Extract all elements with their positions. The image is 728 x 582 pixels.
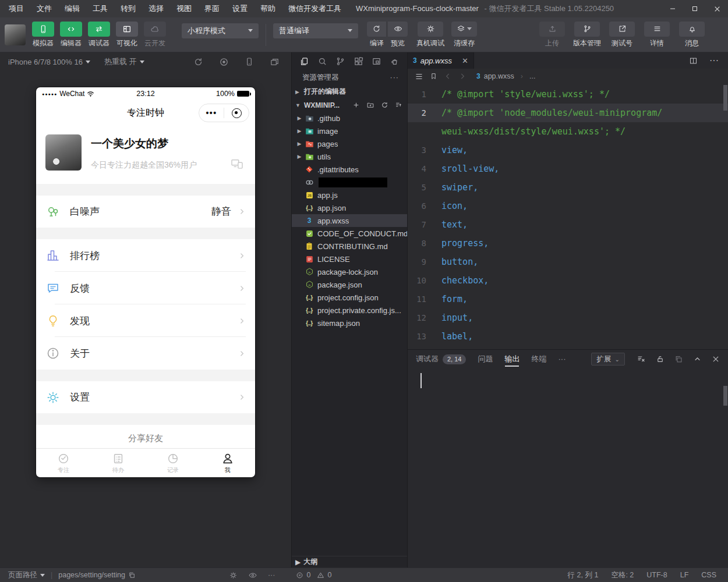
tab-专注[interactable]: 专注 bbox=[36, 449, 91, 477]
code-line[interactable]: 13label, bbox=[408, 327, 728, 346]
code-line[interactable]: 5swiper, bbox=[408, 178, 728, 197]
tab-我[interactable]: 我 bbox=[200, 449, 255, 477]
code-line[interactable]: 11form, bbox=[408, 290, 728, 308]
tree-file-project.config.json[interactable]: {..}project.config.json bbox=[292, 291, 407, 304]
breadcrumb-file[interactable]: 3 app.wxss bbox=[476, 72, 514, 80]
tree-file-package-lock.json[interactable]: jspackage-lock.json bbox=[292, 265, 407, 278]
code-line[interactable]: 8progress, bbox=[408, 234, 728, 253]
profile-section[interactable]: 一个美少女的梦 今日专注力超越全国36%用户 bbox=[36, 126, 255, 184]
debugger-tab-输出[interactable]: 输出 bbox=[504, 350, 520, 368]
hot-reload-toggle[interactable]: 热重载 开 bbox=[104, 56, 144, 67]
editor-scrollbar[interactable] bbox=[723, 85, 727, 111]
menu-item[interactable]: 帮助 bbox=[254, 0, 282, 17]
view-toggle-云开发[interactable]: 云开发 bbox=[141, 22, 169, 48]
copy-icon[interactable] bbox=[674, 355, 683, 364]
outline-section[interactable]: ▶ 大纲 bbox=[292, 556, 407, 567]
code-line[interactable]: 3view, bbox=[408, 141, 728, 159]
tab-app-wxss[interactable]: 3 app.wxss ✕ bbox=[408, 52, 474, 69]
unlock-icon[interactable] bbox=[656, 354, 665, 364]
language-indicator[interactable]: CSS bbox=[701, 571, 716, 579]
tree-file-project.private.config.js...[interactable]: {..}project.private.config.js... bbox=[292, 304, 407, 317]
toolbar-button-消息[interactable]: 消息 bbox=[676, 22, 708, 48]
debugger-output[interactable] bbox=[408, 368, 728, 567]
code-line[interactable]: 1/* @import 'style/weui.wxss'; */ bbox=[408, 85, 728, 104]
eol-indicator[interactable]: LF bbox=[680, 571, 689, 579]
tree-folder-.github[interactable]: ▶.github bbox=[292, 112, 407, 125]
search-icon[interactable] bbox=[317, 56, 327, 66]
preview-window-icon[interactable] bbox=[372, 56, 381, 66]
menu-item[interactable]: 界面 bbox=[198, 0, 226, 17]
output-filter-select[interactable]: 扩展 ⌄ bbox=[591, 353, 625, 365]
user-avatar[interactable] bbox=[5, 24, 26, 45]
back-arrow-icon[interactable] bbox=[444, 72, 452, 80]
tree-file-LICENSE[interactable]: LICENSE bbox=[292, 253, 407, 265]
list-item-关于[interactable]: 关于 bbox=[36, 337, 255, 370]
code-line[interactable]: 6icon, bbox=[408, 197, 728, 215]
refresh-icon[interactable] bbox=[193, 57, 203, 67]
close-tab-icon[interactable]: ✕ bbox=[462, 56, 468, 65]
project-root-section[interactable]: ▼ WXMINIP... bbox=[292, 98, 407, 112]
indent-indicator[interactable]: 空格: 2 bbox=[611, 570, 634, 580]
more-icon[interactable]: ··· bbox=[268, 571, 275, 579]
tree-file-CONTRIBUTING.md[interactable]: CONTRIBUTING.md bbox=[292, 240, 407, 253]
tree-file-CODE_OF_CONDUCT.md[interactable]: CODE_OF_CONDUCT.md bbox=[292, 227, 407, 240]
tree-file-package.json[interactable]: jspackage.json bbox=[292, 278, 407, 291]
open-editors-section[interactable]: ▶ 打开的编辑器 bbox=[292, 85, 407, 98]
code-line[interactable]: 2/* @import 'node_modules/weui-miniprogr… bbox=[408, 104, 728, 122]
eye-icon[interactable] bbox=[248, 571, 257, 580]
mode-select[interactable]: 小程序模式 bbox=[182, 23, 259, 38]
toolbar-button-版本管理[interactable]: 版本管理 bbox=[571, 22, 603, 48]
problems-counts[interactable]: 0 0 bbox=[296, 571, 331, 579]
more-icon[interactable]: ··· bbox=[709, 55, 719, 66]
close-button[interactable] bbox=[706, 0, 728, 17]
forward-arrow-icon[interactable] bbox=[458, 72, 467, 80]
bookmark-icon[interactable] bbox=[430, 72, 437, 80]
copy-icon[interactable] bbox=[128, 572, 136, 579]
tree-folder-image[interactable]: ▶image bbox=[292, 125, 407, 137]
device-frame-icon[interactable] bbox=[245, 57, 254, 66]
files-icon[interactable] bbox=[299, 56, 309, 66]
line-col-indicator[interactable]: 行 2, 列 1 bbox=[568, 570, 599, 580]
view-toggle-模拟器[interactable]: 模拟器 bbox=[29, 22, 57, 48]
minimize-button[interactable] bbox=[662, 0, 684, 17]
debugger-tab-终端[interactable]: 终端 bbox=[531, 350, 546, 368]
toolbar-button-测试号[interactable]: 测试号 bbox=[606, 22, 638, 48]
view-toggle-调试器[interactable]: 调试器 bbox=[85, 22, 113, 48]
record-icon[interactable] bbox=[219, 57, 229, 67]
list-item-发现[interactable]: 发现 bbox=[36, 304, 255, 337]
debugger-tab-···[interactable]: ··· bbox=[558, 350, 566, 368]
collapse-all-icon[interactable] bbox=[395, 101, 402, 109]
tree-folder-utils[interactable]: ▶utils bbox=[292, 150, 407, 163]
menu-item[interactable]: 设置 bbox=[226, 0, 254, 17]
debugger-tab-问题[interactable]: 问题 bbox=[478, 350, 493, 368]
chevron-up-icon[interactable] bbox=[693, 355, 702, 364]
menu-item[interactable]: 文件 bbox=[30, 0, 58, 17]
toolbar-button-上传[interactable]: 上传 bbox=[536, 22, 568, 48]
tree-file-app.json[interactable]: {..}app.json bbox=[292, 201, 407, 214]
profile-avatar[interactable] bbox=[45, 134, 82, 171]
capsule-more-button[interactable]: ••• bbox=[199, 105, 224, 121]
list-item-白噪声[interactable]: 白噪声静音 bbox=[36, 196, 255, 228]
compile-mode-select[interactable]: 普通编译 bbox=[273, 23, 358, 38]
source-control-icon[interactable] bbox=[335, 56, 345, 66]
split-editor-icon[interactable] bbox=[689, 56, 698, 65]
new-file-icon[interactable] bbox=[352, 101, 360, 109]
menu-item[interactable]: 转到 bbox=[114, 0, 142, 17]
encoding-indicator[interactable]: UTF-8 bbox=[646, 571, 667, 579]
tree-file-app.js[interactable]: JSapp.js bbox=[292, 189, 407, 201]
code-line[interactable]: 4sroll-view, bbox=[408, 159, 728, 178]
maximize-button[interactable] bbox=[684, 0, 706, 17]
list-item-设置[interactable]: 设置 bbox=[36, 381, 255, 413]
list-item-排行榜[interactable]: 排行榜 bbox=[36, 239, 255, 272]
code-line[interactable]: 12input, bbox=[408, 308, 728, 327]
share-friends-button[interactable]: 分享好友 bbox=[36, 425, 255, 448]
view-toggle-编辑器[interactable]: 编辑器 bbox=[57, 22, 85, 48]
page-path-value[interactable]: pages/setting/setting bbox=[58, 571, 136, 579]
toolbar-button-真机调试[interactable]: 真机调试 bbox=[416, 22, 444, 48]
toolbar-button-详情[interactable]: 详情 bbox=[641, 22, 673, 48]
view-toggle-可视化[interactable]: 可视化 bbox=[113, 22, 141, 48]
tree-file-.gitattributes[interactable]: .gitattributes bbox=[292, 163, 407, 176]
extensions-icon[interactable] bbox=[354, 56, 363, 66]
toolbar-button-清缓存[interactable]: 清缓存 bbox=[450, 22, 478, 48]
multi-window-icon[interactable] bbox=[270, 57, 280, 67]
